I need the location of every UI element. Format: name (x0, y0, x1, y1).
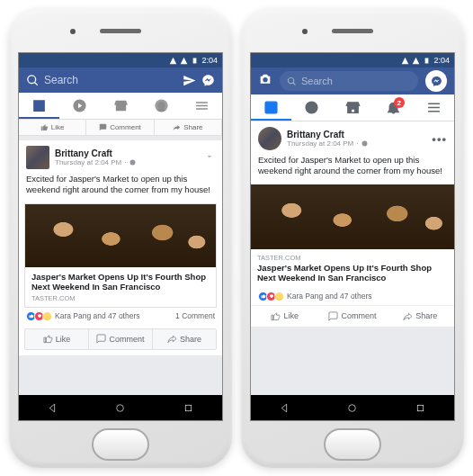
tab-newsfeed[interactable] (19, 93, 59, 119)
tab-menu[interactable] (182, 93, 222, 119)
phone-new-design: 2:04 Search 2 Brittany Craft Thursday at… (241, 9, 464, 468)
messenger-icon[interactable] (425, 70, 447, 92)
post-author[interactable]: Brittany Craft (55, 148, 136, 158)
tab-newsfeed[interactable] (251, 94, 291, 121)
post-actions: Like Comment Share (251, 305, 454, 327)
share-button[interactable]: Share (153, 329, 216, 349)
tab-bar (19, 93, 222, 120)
nav-back[interactable] (19, 395, 86, 420)
post-card: Brittany Craft Thursday at 2:04 PM · Exc… (19, 140, 222, 355)
send-icon[interactable] (183, 74, 196, 87)
post-meta: Thursday at 2:04 PM · (287, 139, 368, 148)
tab-notifications[interactable]: 2 (373, 94, 414, 121)
comments-count[interactable]: 1 Comment (175, 311, 215, 320)
svg-rect-5 (265, 102, 277, 113)
link-image (25, 204, 216, 267)
svg-point-7 (361, 141, 367, 147)
nav-home[interactable] (318, 395, 386, 420)
status-time: 2:04 (433, 56, 450, 65)
like-button[interactable]: Like (25, 329, 89, 349)
svg-point-2 (129, 160, 135, 166)
wow-reaction-icon (42, 311, 52, 321)
android-status-bar: 2:04 (19, 53, 222, 67)
share-button[interactable]: Share (387, 306, 454, 327)
nav-recent[interactable] (387, 395, 454, 420)
notification-badge: 2 (394, 97, 405, 108)
svg-point-3 (117, 404, 124, 411)
link-card[interactable]: Jasper's Market Opens Up It's Fourth Sho… (24, 203, 217, 308)
android-nav-bar (19, 395, 222, 420)
comment-button[interactable]: Comment (89, 329, 153, 349)
nav-home[interactable] (86, 395, 154, 420)
link-source: TASTER.COM (257, 254, 448, 262)
tab-notifications[interactable] (141, 93, 182, 119)
search-icon (26, 74, 40, 87)
globe-icon (129, 159, 136, 166)
search-field[interactable]: Search (26, 74, 177, 87)
link-image (251, 184, 454, 249)
search-field[interactable]: Search (280, 71, 418, 91)
prev-post-actions-cut: Like Comment Share (19, 120, 222, 136)
tab-video[interactable] (291, 94, 332, 121)
android-nav-bar (251, 395, 454, 420)
status-time: 2:04 (201, 56, 218, 65)
comment-button[interactable]: Comment (318, 306, 386, 327)
tab-video[interactable] (59, 93, 100, 119)
phone-old-design: 2:04 Search Like Comment Share (9, 9, 232, 468)
svg-rect-9 (417, 405, 424, 411)
post-author[interactable]: Brittany Craft (287, 130, 368, 139)
home-button[interactable] (324, 428, 381, 461)
post-card: Brittany Craft Thursday at 2:04 PM · •••… (251, 121, 454, 327)
svg-point-8 (349, 404, 356, 411)
app-header: Search (19, 67, 222, 93)
tab-marketplace[interactable] (332, 94, 372, 121)
like-button[interactable]: Like (251, 306, 318, 327)
app-header: Search (251, 67, 454, 94)
post-meta: Thursday at 2:04 PM · (55, 158, 136, 166)
tab-marketplace[interactable] (100, 93, 140, 119)
post-body: Excited for Jasper's Market to open up t… (251, 150, 454, 181)
post-stats[interactable]: Kara Pang and 47 others (251, 288, 454, 305)
post-menu-dots[interactable]: ••• (432, 132, 447, 146)
globe-icon (361, 140, 368, 147)
post-menu-chevron[interactable] (204, 151, 215, 164)
link-card[interactable]: TASTER.COM Jasper's Market Opens Up It's… (251, 184, 454, 288)
link-headline: Jasper's Market Opens Up It's Fourth Sho… (31, 272, 210, 292)
tab-menu[interactable] (414, 94, 454, 121)
link-source: TASTER.COM (31, 294, 210, 302)
tab-bar: 2 (251, 94, 454, 121)
home-button[interactable] (92, 428, 149, 461)
reactions-text: Kara Pang and 47 others (55, 311, 140, 320)
android-status-bar: 2:04 (251, 53, 454, 67)
search-icon (287, 76, 297, 86)
messenger-icon[interactable] (201, 74, 215, 87)
post-actions: Like Comment Share (24, 328, 217, 350)
avatar[interactable] (258, 127, 281, 150)
post-body: Excited for Jasper's Market to open up t… (19, 169, 222, 200)
wow-reaction-icon (274, 292, 284, 301)
nav-back[interactable] (251, 395, 318, 420)
avatar[interactable] (26, 146, 49, 169)
link-headline: Jasper's Market Opens Up It's Fourth Sho… (257, 263, 448, 283)
svg-rect-4 (185, 405, 192, 411)
nav-recent[interactable] (155, 395, 222, 420)
camera-icon[interactable] (258, 72, 272, 90)
post-stats[interactable]: Kara Pang and 47 others 1 Comment (19, 308, 222, 325)
reactions-text: Kara Pang and 47 others (287, 292, 372, 301)
